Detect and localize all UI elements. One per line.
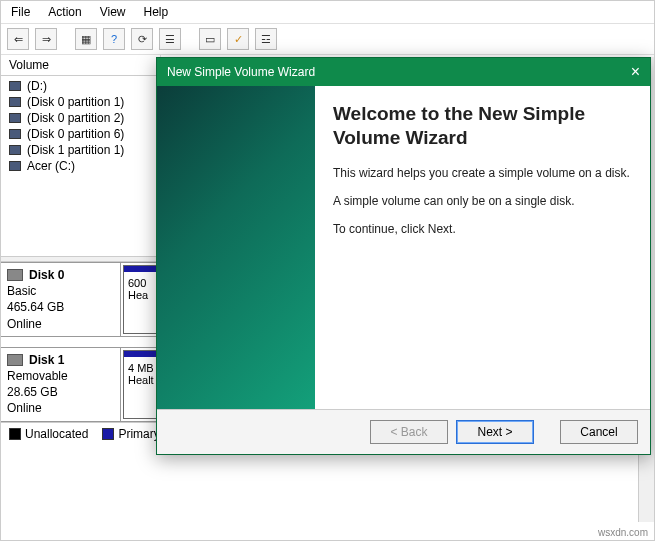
volume-icon: [9, 81, 21, 91]
volume-icon: [9, 129, 21, 139]
wizard-content: Welcome to the New Simple Volume Wizard …: [315, 86, 650, 409]
volume-label: (Disk 0 partition 6): [27, 127, 124, 141]
disk-size: 465.64 GB: [7, 299, 114, 315]
wizard-text: A simple volume can only be on a single …: [333, 194, 632, 208]
disk-status: Online: [7, 400, 114, 416]
toolbar: ⇐ ⇒ ▦ ? ⟳ ☰ ▭ ✓ ☲: [1, 23, 654, 55]
menubar: File Action View Help: [1, 1, 654, 23]
wizard-sidebar-image: [157, 86, 315, 409]
menu-view[interactable]: View: [100, 5, 126, 19]
wizard-text: To continue, click Next.: [333, 222, 632, 236]
wizard-titlebar[interactable]: New Simple Volume Wizard ×: [157, 58, 650, 86]
partition[interactable]: 600 Hea: [123, 265, 159, 334]
volume-label: (D:): [27, 79, 47, 93]
help-icon[interactable]: ?: [103, 28, 125, 50]
disk-info: Disk 0 Basic 465.64 GB Online: [1, 263, 121, 336]
column-volume[interactable]: Volume: [1, 55, 161, 75]
disk-info: Disk 1 Removable 28.65 GB Online: [1, 348, 121, 421]
wizard-button-row: < Back Next > Cancel: [157, 409, 650, 454]
partition-size: 600: [128, 277, 154, 289]
disk-name: Disk 1: [29, 352, 64, 368]
menu-file[interactable]: File: [11, 5, 30, 19]
menu-help[interactable]: Help: [144, 5, 169, 19]
partition-label: Healt: [128, 374, 154, 386]
disk-icon: [7, 354, 23, 366]
details-icon[interactable]: ☲: [255, 28, 277, 50]
volume-icon: [9, 145, 21, 155]
close-icon[interactable]: ×: [631, 64, 640, 80]
disk-name: Disk 0: [29, 267, 64, 283]
partition-size: 4 MB: [128, 362, 152, 374]
disk-status: Online: [7, 316, 114, 332]
volume-icon: [9, 113, 21, 123]
wizard-text: This wizard helps you create a simple vo…: [333, 166, 632, 180]
cancel-button[interactable]: Cancel: [560, 420, 638, 444]
grid-icon[interactable]: ▦: [75, 28, 97, 50]
wizard-title: New Simple Volume Wizard: [167, 65, 315, 79]
disk-type: Basic: [7, 283, 114, 299]
refresh-icon[interactable]: ⟳: [131, 28, 153, 50]
new-simple-volume-wizard: New Simple Volume Wizard × Welcome to th…: [156, 57, 651, 455]
wizard-heading: Welcome to the New Simple Volume Wizard: [333, 102, 632, 150]
check-icon[interactable]: ✓: [227, 28, 249, 50]
volume-label: (Disk 0 partition 2): [27, 111, 124, 125]
volume-label: (Disk 0 partition 1): [27, 95, 124, 109]
swatch-unallocated-icon: [9, 428, 21, 440]
partition-label: Hea: [128, 289, 148, 301]
volume-icon: [9, 97, 21, 107]
properties-icon[interactable]: ☰: [159, 28, 181, 50]
disk-icon: [7, 269, 23, 281]
volume-icon: [9, 161, 21, 171]
swatch-primary-icon: [102, 428, 114, 440]
forward-button[interactable]: ⇒: [35, 28, 57, 50]
disk-size: 28.65 GB: [7, 384, 114, 400]
back-button[interactable]: ⇐: [7, 28, 29, 50]
back-button: < Back: [370, 420, 448, 444]
volume-label: (Disk 1 partition 1): [27, 143, 124, 157]
wizard-body: Welcome to the New Simple Volume Wizard …: [157, 86, 650, 409]
legend-unallocated: Unallocated: [9, 427, 88, 441]
partition[interactable]: 4 MB Healt: [123, 350, 157, 419]
watermark: wsxdn.com: [598, 527, 648, 538]
menu-action[interactable]: Action: [48, 5, 81, 19]
next-button[interactable]: Next >: [456, 420, 534, 444]
disk-type: Removable: [7, 368, 114, 384]
volume-label: Acer (C:): [27, 159, 75, 173]
list-view-icon[interactable]: ▭: [199, 28, 221, 50]
